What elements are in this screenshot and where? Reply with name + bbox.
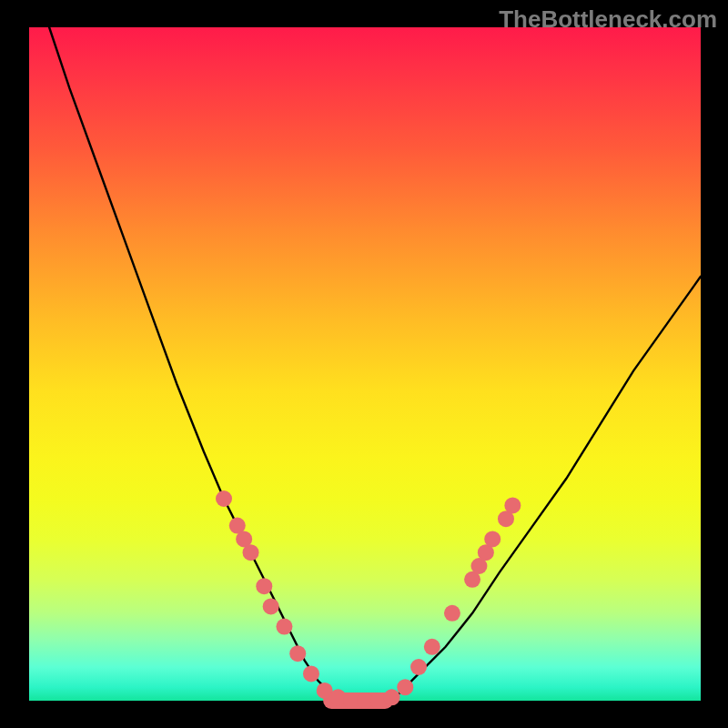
data-marker	[410, 659, 427, 675]
plot-area	[29, 27, 701, 701]
data-marker	[256, 578, 272, 594]
chart-svg	[29, 27, 701, 701]
data-marker	[289, 645, 306, 662]
data-marker	[263, 598, 279, 614]
data-marker	[384, 689, 400, 705]
data-marker	[243, 544, 259, 561]
data-marker	[484, 531, 500, 547]
data-marker	[397, 679, 413, 695]
bottleneck-curve	[49, 27, 701, 701]
curve-markers	[216, 490, 521, 709]
data-marker	[504, 497, 521, 513]
data-marker	[444, 605, 460, 622]
data-marker	[216, 490, 232, 507]
data-marker	[303, 665, 319, 682]
data-marker	[276, 619, 292, 635]
data-marker	[424, 639, 440, 655]
chart-container: TheBottleneck.com	[0, 0, 728, 728]
